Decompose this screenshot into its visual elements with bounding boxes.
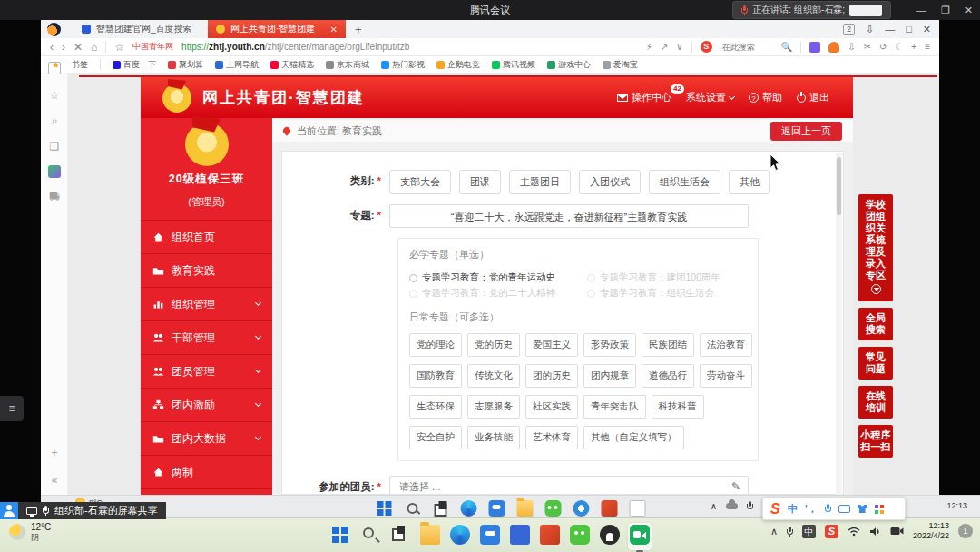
chat-bubble-icon[interactable]: ❑: [48, 140, 61, 153]
plus-icon[interactable]: +: [911, 42, 916, 52]
daily-topic-button[interactable]: 青年突击队: [583, 395, 646, 419]
local-clock[interactable]: 12:13 2022/4/22: [913, 521, 949, 541]
floating-widget[interactable]: 学校团组织关系梳理及录入专区: [858, 194, 893, 301]
form-scrollbar[interactable]: [836, 153, 842, 495]
taskbar-app-meeting[interactable]: [628, 523, 652, 550]
cloud-icon[interactable]: [726, 503, 738, 509]
daily-topic-button[interactable]: 法治教育: [700, 333, 752, 357]
bookmark-item[interactable]: 企鹅电竞: [436, 59, 480, 71]
collapse-panel-icon[interactable]: «: [48, 474, 61, 487]
ime-keyboard-icon[interactable]: [838, 505, 850, 513]
search-side-icon[interactable]: ⌕: [48, 114, 61, 127]
taskbar-app-qq[interactable]: [598, 523, 622, 550]
floating-widget[interactable]: 全局搜索: [858, 308, 893, 340]
daily-topic-button[interactable]: 党的历史: [467, 333, 520, 357]
bookmark-item[interactable]: 热门影视: [381, 59, 425, 71]
logout-menu[interactable]: 退出: [797, 91, 829, 104]
ime-mic-icon[interactable]: [825, 504, 831, 514]
daily-topic-button[interactable]: 传统文化: [467, 364, 520, 388]
taskbar-app-wechat[interactable]: [568, 523, 592, 550]
minimize-icon[interactable]: —: [916, 5, 926, 15]
daily-topic-button[interactable]: 团内规章: [583, 364, 636, 388]
new-tab-button[interactable]: +: [355, 23, 362, 36]
home-icon[interactable]: ⌂: [91, 41, 97, 54]
browser-tab[interactable]: 网上共青团·智慧团建✕: [208, 20, 346, 38]
back-icon[interactable]: ‹: [50, 41, 54, 54]
required-topic-option[interactable]: 专题学习教育：党的青年运动史: [409, 271, 587, 284]
night-mode-icon[interactable]: ☾: [895, 42, 903, 52]
bookmark-item[interactable]: 京东商城: [326, 59, 369, 71]
stop-icon[interactable]: ✕: [74, 41, 83, 54]
radio-icon[interactable]: [409, 274, 417, 282]
search-magnifier-icon[interactable]: 🔍: [781, 42, 792, 52]
bookmark-item[interactable]: 上网导航: [215, 59, 259, 71]
forward-icon[interactable]: ›: [62, 41, 65, 54]
tray2-chevron-up-icon[interactable]: ∧: [770, 526, 778, 537]
speaker-icon[interactable]: [869, 527, 881, 537]
bookmark-item[interactable]: 爱淘宝: [603, 59, 638, 71]
daily-topic-button[interactable]: 生态环保: [409, 395, 462, 419]
camera-icon[interactable]: [890, 527, 904, 536]
bookmark-item[interactable]: 天猫精选: [270, 59, 314, 71]
sidebar-item-组织首页[interactable]: 组织首页: [141, 220, 272, 253]
category-option-button[interactable]: 团课: [459, 170, 501, 194]
tab-count-badge[interactable]: 2: [843, 24, 855, 35]
help-menu[interactable]: ? 帮助: [749, 91, 782, 104]
tab-close-icon[interactable]: ✕: [330, 25, 338, 34]
maximize-icon[interactable]: ❐: [941, 5, 950, 16]
sidebar-item-两制[interactable]: 两制: [141, 455, 272, 488]
sidebar-item-团员管理[interactable]: 团员管理: [141, 354, 272, 388]
taskbar-app-start[interactable]: [328, 523, 352, 550]
ime-mode-chinese[interactable]: 中: [788, 502, 798, 516]
taskbar-app-edge[interactable]: [448, 523, 472, 550]
action-center-menu[interactable]: 操作中心 42: [617, 91, 671, 104]
game-center-icon[interactable]: [828, 42, 839, 53]
scrollbar-thumb[interactable]: [837, 157, 841, 215]
browser-close-icon[interactable]: ✕: [923, 24, 931, 35]
daily-topic-button[interactable]: 业务技能: [467, 426, 520, 449]
shared-clock[interactable]: 12:13: [946, 501, 967, 510]
floating-widget[interactable]: 小程序扫一扫: [858, 425, 893, 458]
search-input[interactable]: [720, 42, 773, 53]
sidebar-item-干部管理[interactable]: 干部管理: [141, 320, 272, 354]
tray-mic-icon[interactable]: [747, 501, 753, 511]
category-option-button[interactable]: 组织生活会: [649, 170, 720, 194]
chevron-down-icon[interactable]: ∨: [676, 42, 682, 52]
daily-topic-button[interactable]: 团的历史: [525, 364, 578, 388]
meeting-panel-toggle[interactable]: ≡: [0, 396, 24, 421]
download-tray-icon[interactable]: ⇩: [866, 24, 874, 35]
tray-chevron-up-icon[interactable]: ∧: [710, 501, 717, 511]
floating-widget[interactable]: 常见问题: [858, 347, 893, 380]
daily-topic-button[interactable]: 劳动奋斗: [700, 364, 752, 388]
shopping-cart-icon[interactable]: ⛟: [48, 191, 61, 203]
download-icon[interactable]: ⇩: [848, 42, 855, 52]
sogou-logo-icon[interactable]: S: [770, 501, 780, 518]
taskbar-app-office[interactable]: [538, 523, 562, 550]
daily-topic-button[interactable]: 安全自护: [409, 426, 462, 449]
bookmark-item[interactable]: 百度一下: [113, 59, 156, 71]
bookmark-item[interactable]: 聚划算: [168, 59, 203, 71]
daily-topic-button[interactable]: 民族团结: [642, 333, 694, 357]
members-select[interactable]: ✎: [389, 476, 749, 495]
daily-topic-button[interactable]: 其他（自定义填写）: [583, 426, 684, 449]
sidebar-item-团内大数据[interactable]: 团内大数据: [141, 421, 272, 455]
daily-topic-button[interactable]: 志愿服务: [467, 395, 520, 419]
daily-topic-button[interactable]: 党的理论: [409, 333, 462, 357]
add-panel-icon[interactable]: +: [48, 447, 61, 459]
browser-maximize-icon[interactable]: □: [906, 24, 912, 34]
url-text[interactable]: https://zhtj.youth.cn/zhtj/center/manage…: [181, 42, 409, 52]
bookmark-star-icon[interactable]: ☆: [114, 41, 124, 54]
floating-widget[interactable]: 在线培训: [858, 386, 893, 419]
notification-badge[interactable]: 1: [958, 524, 973, 538]
ime-toolbox-icon[interactable]: [875, 505, 884, 514]
taskbar-app-docs[interactable]: [508, 523, 532, 550]
ime-punctuation-icon[interactable]: ’，: [805, 502, 818, 516]
site-verification-badge[interactable]: 中国青年网: [132, 41, 173, 53]
sogou-search-icon[interactable]: S: [701, 41, 712, 53]
close-icon[interactable]: ✕: [965, 5, 973, 16]
extension-icon[interactable]: [809, 42, 820, 53]
theme-app-icon[interactable]: [48, 165, 61, 178]
taskbar-app-task-view[interactable]: [388, 523, 412, 550]
daily-topic-button[interactable]: 爱国主义: [525, 333, 578, 357]
bookmark-item[interactable]: 游戏中心: [547, 59, 591, 71]
